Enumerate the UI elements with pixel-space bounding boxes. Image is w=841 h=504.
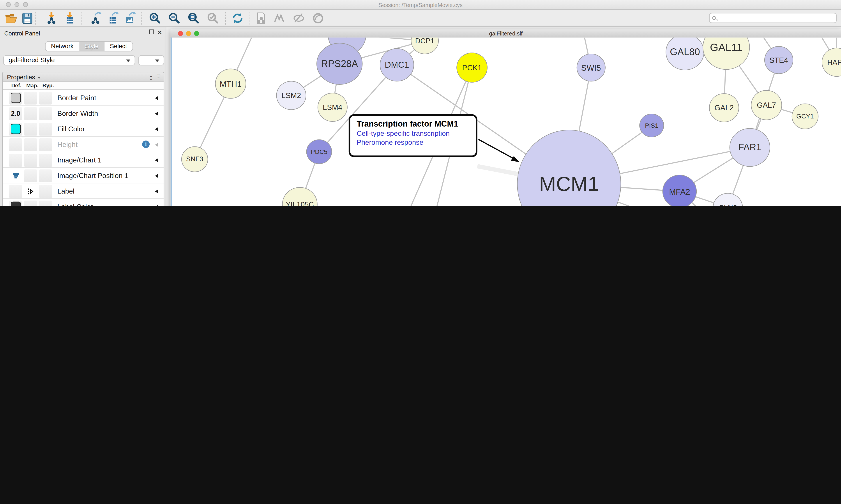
node-mth1[interactable]: MTH1 [215, 69, 246, 98]
node-dmc1[interactable]: DMC1 [380, 48, 414, 82]
property-row[interactable]: Image/Chart Position 1 [3, 168, 164, 183]
style-select[interactable]: galFiltered Style [3, 55, 135, 66]
export-image-icon [124, 12, 137, 25]
mapping-cell[interactable] [24, 154, 37, 167]
mapping-cell[interactable] [24, 169, 37, 182]
mapping-cell[interactable] [24, 123, 37, 136]
node-pis1[interactable]: PIS1 [639, 114, 664, 137]
node-gcy1[interactable]: GCY1 [792, 104, 819, 129]
bypass-cell[interactable] [39, 138, 52, 151]
property-row[interactable]: Image/Chart 1 [3, 152, 164, 168]
maximize-traffic-light[interactable] [23, 2, 28, 7]
zoom-in-button[interactable] [148, 11, 162, 25]
expand-arrow-icon[interactable] [155, 205, 158, 206]
style-options-button[interactable] [139, 55, 164, 66]
save-button[interactable] [20, 11, 34, 25]
minimize-traffic-light[interactable] [186, 31, 191, 36]
export-image-button[interactable] [123, 11, 137, 25]
circle-eye-button[interactable] [311, 11, 325, 25]
node-snf3[interactable]: SNF3 [181, 146, 208, 172]
mapping-cell[interactable] [24, 91, 37, 105]
node-far1[interactable]: FAR1 [730, 128, 770, 167]
property-row[interactable]: 2.0Border Width [3, 106, 164, 121]
annotation-link[interactable]: Pheromone response [357, 138, 476, 146]
default-cell[interactable] [9, 169, 22, 182]
info-icon[interactable]: i [142, 141, 149, 148]
bypass-cell[interactable] [39, 123, 52, 136]
import-table-button[interactable] [63, 11, 77, 25]
expand-all-icon[interactable]: ⌄⌄ [147, 74, 154, 80]
import-network-button[interactable] [45, 11, 59, 25]
default-cell[interactable] [9, 154, 22, 167]
annotation-box[interactable]: Transcription factor MCM1 Cell-type-spec… [349, 114, 478, 157]
close-icon[interactable]: ✕ [158, 30, 162, 35]
node-swi5[interactable]: SWI5 [577, 54, 606, 82]
float-icon[interactable] [149, 30, 154, 34]
zoom-selected-button[interactable] [206, 11, 220, 25]
network-titlebar[interactable]: galFiltered.sif [171, 30, 841, 38]
expand-arrow-icon[interactable] [155, 143, 158, 147]
export-table-button[interactable] [106, 11, 120, 25]
binoculars-button[interactable] [272, 11, 286, 25]
collapse-all-icon[interactable]: ⌃⌃ [155, 74, 161, 80]
expand-arrow-icon[interactable] [155, 189, 158, 194]
bypass-cell[interactable] [39, 200, 52, 206]
node-gal7[interactable]: GAL7 [751, 90, 782, 120]
search-input[interactable] [718, 13, 834, 22]
close-traffic-light[interactable] [178, 31, 183, 36]
bypass-cell[interactable] [39, 107, 52, 120]
search-box[interactable] [709, 13, 837, 23]
property-row[interactable]: Label Color [3, 199, 164, 206]
open-folder-button[interactable] [4, 11, 18, 25]
import-network-icon [46, 12, 58, 25]
bypass-cell[interactable] [39, 91, 52, 105]
close-traffic-light[interactable] [6, 2, 11, 7]
default-cell[interactable] [9, 185, 22, 198]
mapping-cell[interactable] [24, 107, 37, 120]
properties-header[interactable]: Properties ⌄⌄ ⌃⌃ [3, 72, 164, 82]
expand-arrow-icon[interactable] [155, 174, 158, 178]
node-lsm2[interactable]: LSM2 [276, 81, 306, 110]
node-lsm4[interactable]: LSM4 [318, 93, 347, 122]
mapping-cell[interactable] [24, 138, 37, 151]
default-cell[interactable] [9, 138, 22, 151]
property-row[interactable]: Label [3, 183, 164, 199]
bypass-cell[interactable] [39, 185, 52, 198]
node-mfa2[interactable]: MFA2 [662, 175, 697, 206]
node-pck1[interactable]: PCK1 [457, 53, 487, 83]
minimize-traffic-light[interactable] [15, 2, 19, 7]
expand-arrow-icon[interactable] [155, 127, 158, 131]
zoom-out-button[interactable] [167, 11, 181, 25]
node-gal2[interactable]: GAL2 [709, 93, 739, 122]
network-canvas[interactable]: MCM1DCP1RPS28ADMC1PCK1SWI5GAL80GAL11STE4… [171, 37, 841, 206]
property-label: Label [57, 183, 74, 199]
mapping-cell[interactable] [24, 185, 37, 198]
property-row[interactable]: Border Paint [3, 90, 164, 106]
tab-style[interactable]: Style [79, 42, 105, 51]
expand-arrow-icon[interactable] [155, 111, 158, 116]
export-network-button[interactable] [89, 11, 103, 25]
tab-network[interactable]: Network [46, 42, 79, 51]
bypass-cell[interactable] [39, 154, 52, 167]
default-cell[interactable] [9, 91, 22, 105]
node-pdc5[interactable]: PDC5 [306, 140, 332, 164]
refresh-button[interactable] [231, 11, 245, 25]
default-cell[interactable]: 2.0 [9, 107, 22, 120]
expand-arrow-icon[interactable] [155, 158, 158, 162]
color-swatch [11, 124, 21, 134]
node-ste4[interactable]: STE4 [764, 46, 793, 74]
annotation-link[interactable]: Cell-type-specific transcription [357, 129, 476, 137]
property-row[interactable]: Fill Color [3, 121, 164, 137]
expand-arrow-icon[interactable] [155, 96, 158, 100]
bypass-cell[interactable] [39, 169, 52, 182]
node-rps28a[interactable]: RPS28A [317, 43, 363, 85]
zoom-fit-button[interactable] [186, 11, 201, 25]
doc-share-button[interactable] [254, 11, 268, 25]
default-cell[interactable] [9, 123, 22, 136]
property-row[interactable]: Heighti [3, 137, 164, 152]
eye-slash-button[interactable] [292, 11, 306, 25]
maximize-traffic-light[interactable] [194, 31, 199, 36]
mapping-cell[interactable] [24, 200, 37, 206]
tab-select[interactable]: Select [105, 42, 132, 51]
default-cell[interactable] [9, 200, 22, 206]
